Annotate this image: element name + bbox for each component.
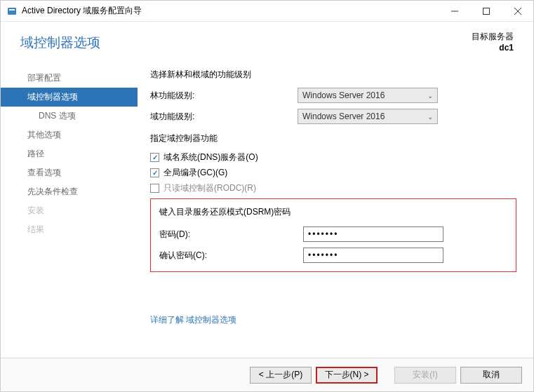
dsrm-password-section: 键入目录服务还原模式(DSRM)密码 密码(D): 确认密码(C): xyxy=(150,198,516,272)
content: 部署配置 域控制器选项 DNS 选项 其他选项 路径 查看选项 先决条件检查 安… xyxy=(1,63,533,344)
forest-level-value: Windows Server 2016 xyxy=(302,90,385,100)
next-button[interactable]: 下一步(N) > xyxy=(316,367,378,384)
checkbox-row-rodc: 只读域控制器(RODC)(R) xyxy=(150,182,516,194)
sidebar-item-review[interactable]: 查看选项 xyxy=(1,163,138,182)
install-button: 安装(I) xyxy=(394,367,456,384)
forest-level-label: 林功能级别: xyxy=(150,90,298,102)
gc-checkbox[interactable] xyxy=(150,168,159,177)
sidebar-item-prereq[interactable]: 先决条件检查 xyxy=(1,182,138,201)
sidebar-item-paths[interactable]: 路径 xyxy=(1,144,138,163)
chevron-down-icon: ⌄ xyxy=(427,113,433,121)
cancel-button[interactable]: 取消 xyxy=(460,367,522,384)
domain-level-row: 域功能级别: Windows Server 2016 ⌄ xyxy=(150,109,516,124)
sidebar-item-results: 结果 xyxy=(1,220,138,239)
page-title: 域控制器选项 xyxy=(20,34,472,52)
domain-level-value: Windows Server 2016 xyxy=(302,111,385,121)
password-row: 密码(D): xyxy=(159,227,507,242)
target-server-name: dc1 xyxy=(472,43,514,54)
sidebar-item-additional[interactable]: 其他选项 xyxy=(1,126,138,144)
gc-checkbox-label: 全局编录(GC)(G) xyxy=(163,167,227,179)
checkbox-group: 域名系统(DNS)服务器(O) 全局编录(GC)(G) 只读域控制器(RODC)… xyxy=(150,151,516,194)
confirm-password-input[interactable] xyxy=(303,248,443,263)
window-title: Active Directory 域服务配置向导 xyxy=(22,5,439,17)
dns-checkbox-label: 域名系统(DNS)服务器(O) xyxy=(163,151,258,163)
password-input[interactable] xyxy=(303,227,443,242)
svg-rect-1 xyxy=(9,9,15,11)
checkbox-row-gc: 全局编录(GC)(G) xyxy=(150,167,516,179)
sidebar-item-install: 安装 xyxy=(1,201,138,220)
minimize-button[interactable] xyxy=(439,1,470,21)
svg-rect-0 xyxy=(8,8,16,15)
forest-level-select[interactable]: Windows Server 2016 ⌄ xyxy=(298,88,438,103)
sidebar: 部署配置 域控制器选项 DNS 选项 其他选项 路径 查看选项 先决条件检查 安… xyxy=(1,63,138,344)
app-icon xyxy=(6,6,18,17)
confirm-password-label: 确认密码(C): xyxy=(159,250,303,262)
dns-checkbox[interactable] xyxy=(150,153,159,162)
target-server-box: 目标服务器 dc1 xyxy=(472,32,514,53)
window-controls xyxy=(439,1,533,21)
rodc-checkbox xyxy=(150,184,159,193)
dsrm-heading: 键入目录服务还原模式(DSRM)密码 xyxy=(159,206,507,218)
main-panel: 选择新林和根域的功能级别 林功能级别: Windows Server 2016 … xyxy=(138,63,533,344)
svg-rect-3 xyxy=(483,8,489,14)
close-button[interactable] xyxy=(502,1,533,21)
sidebar-item-dns-options[interactable]: DNS 选项 xyxy=(1,107,138,126)
forest-level-row: 林功能级别: Windows Server 2016 ⌄ xyxy=(150,88,516,103)
password-label: 密码(D): xyxy=(159,229,303,241)
dc-capabilities-heading: 指定域控制器功能 xyxy=(150,133,516,144)
domain-level-select[interactable]: Windows Server 2016 ⌄ xyxy=(298,109,438,124)
maximize-button[interactable] xyxy=(470,1,502,21)
titlebar: Active Directory 域服务配置向导 xyxy=(1,1,533,22)
domain-level-label: 域功能级别: xyxy=(150,111,298,123)
learn-more-link[interactable]: 详细了解 域控制器选项 xyxy=(150,314,516,326)
footer: < 上一步(P) 下一步(N) > 安装(I) 取消 xyxy=(1,358,533,391)
chevron-down-icon: ⌄ xyxy=(427,92,433,100)
sidebar-item-deploy-config[interactable]: 部署配置 xyxy=(1,69,138,88)
functional-level-heading: 选择新林和根域的功能级别 xyxy=(150,69,516,81)
rodc-checkbox-label: 只读域控制器(RODC)(R) xyxy=(163,182,256,194)
header: 域控制器选项 目标服务器 dc1 xyxy=(1,22,533,63)
sidebar-item-dc-options[interactable]: 域控制器选项 xyxy=(1,88,138,107)
target-server-label: 目标服务器 xyxy=(472,32,514,43)
confirm-password-row: 确认密码(C): xyxy=(159,248,507,263)
previous-button[interactable]: < 上一步(P) xyxy=(250,367,312,384)
checkbox-row-dns: 域名系统(DNS)服务器(O) xyxy=(150,151,516,163)
